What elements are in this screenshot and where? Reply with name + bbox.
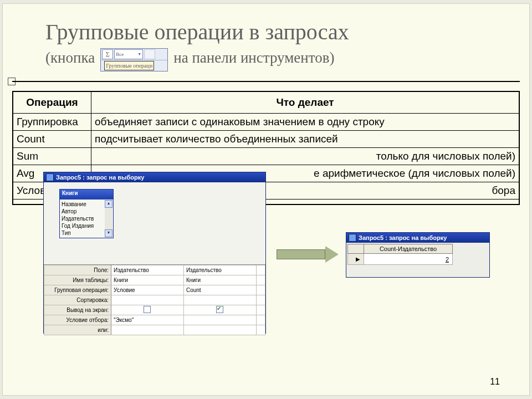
grid-cell[interactable] bbox=[183, 325, 256, 335]
field-list[interactable]: Книги Название Автор Издательств Год Изд… bbox=[59, 189, 114, 238]
table-cell: Группировка bbox=[13, 114, 91, 131]
grid-cell[interactable] bbox=[183, 315, 256, 325]
result-value[interactable]: 2 bbox=[364, 254, 453, 265]
list-item[interactable]: Тип bbox=[62, 229, 104, 237]
field-list-title: Книги bbox=[60, 190, 113, 200]
query-design-window: Запрос5 : запрос на выборку Книги Назван… bbox=[43, 172, 266, 334]
row-label: Вывод на экран: bbox=[44, 305, 111, 315]
list-item[interactable]: Автор bbox=[62, 208, 104, 215]
table-cell: подсчитывает количество объединенных зап… bbox=[91, 131, 520, 148]
slide-title: Групповые операции в запросах (кнопка Σ … bbox=[45, 19, 489, 69]
grid-cell[interactable]: Книги bbox=[183, 275, 256, 285]
row-selector[interactable] bbox=[348, 244, 364, 254]
current-row-marker[interactable]: ▶ bbox=[348, 254, 364, 265]
field-list-items[interactable]: Название Автор Издательств Год Издания Т… bbox=[60, 200, 105, 237]
combo-value: Все bbox=[116, 52, 124, 57]
toolbar-icon[interactable] bbox=[144, 49, 155, 59]
grid-cell[interactable]: Count bbox=[183, 285, 256, 295]
window-icon bbox=[349, 234, 356, 242]
group-mode-combo[interactable]: Все ▼ bbox=[114, 49, 143, 59]
toolbar-screenshot: Σ Все ▼ Групповые операци bbox=[100, 48, 168, 71]
checkbox-checked[interactable] bbox=[216, 306, 223, 313]
grid-cell[interactable] bbox=[111, 305, 184, 315]
scrollbar[interactable]: ▴ ▾ bbox=[105, 200, 112, 237]
title-line1: Групповые операции в запросах bbox=[45, 19, 489, 45]
window-icon bbox=[46, 173, 54, 181]
result-grid[interactable]: Count-Издательство ▶ 2 bbox=[347, 244, 453, 265]
grid-cell[interactable]: Издательство bbox=[183, 265, 256, 275]
grid-cell[interactable] bbox=[183, 305, 256, 315]
table-cell: только для числовых полей) bbox=[91, 148, 520, 165]
arrow-right-icon bbox=[277, 246, 343, 263]
row-label: или: bbox=[44, 325, 111, 335]
scroll-up-icon[interactable]: ▴ bbox=[105, 200, 112, 208]
checkbox[interactable] bbox=[144, 306, 151, 313]
row-label: Групповая операция: bbox=[44, 285, 111, 295]
table-cell: объединяет записи с одинаковым значением… bbox=[91, 114, 520, 131]
col-description: Что делает bbox=[91, 91, 520, 114]
horizontal-rule bbox=[12, 81, 520, 82]
grid-cell[interactable]: Условие bbox=[111, 285, 184, 295]
row-label: Поле: bbox=[44, 265, 111, 275]
table-cell: Count bbox=[13, 131, 91, 148]
grid-cell[interactable] bbox=[111, 295, 184, 305]
title-suffix: на панели инструментов) bbox=[173, 49, 334, 66]
grid-cell[interactable]: Книги bbox=[111, 275, 184, 285]
title-line2: (кнопка Σ Все ▼ Групповые операци на пан… bbox=[45, 46, 489, 69]
window-titlebar[interactable]: Запрос5 : запрос на выборку bbox=[346, 233, 489, 243]
list-item[interactable]: Издательств bbox=[62, 215, 104, 222]
scroll-down-icon[interactable]: ▾ bbox=[105, 229, 112, 237]
grid-cell[interactable] bbox=[183, 295, 256, 305]
grid-cell[interactable] bbox=[111, 325, 184, 335]
list-item[interactable]: Год Издания bbox=[62, 222, 104, 229]
window-title: Запрос5 : запрос на выборку bbox=[56, 174, 144, 181]
window-titlebar[interactable]: Запрос5 : запрос на выборку bbox=[44, 172, 265, 182]
query-result-window: Запрос5 : запрос на выборку Count-Издате… bbox=[346, 232, 490, 278]
row-label: Сортировка: bbox=[44, 295, 111, 305]
row-label: Условие отбора: bbox=[44, 315, 111, 325]
tooltip: Групповые операци bbox=[104, 61, 154, 70]
table-cell: Sum bbox=[13, 148, 91, 165]
list-item[interactable]: Название bbox=[62, 201, 104, 208]
col-operation: Операция bbox=[13, 91, 91, 114]
grid-cell[interactable]: "Эксмо" bbox=[111, 315, 184, 325]
sigma-button[interactable]: Σ bbox=[102, 49, 113, 59]
grid-cell[interactable]: Издательство bbox=[111, 265, 184, 275]
page-number: 11 bbox=[490, 377, 500, 387]
column-header[interactable]: Count-Издательство bbox=[364, 244, 453, 254]
window-title: Запрос5 : запрос на выборку bbox=[359, 234, 447, 241]
title-prefix: (кнопка bbox=[45, 49, 95, 66]
row-label: Имя таблицы: bbox=[44, 275, 111, 285]
query-design-grid[interactable]: Поле: Издательство Издательство Имя табл… bbox=[44, 265, 265, 335]
chevron-down-icon: ▼ bbox=[137, 52, 141, 57]
